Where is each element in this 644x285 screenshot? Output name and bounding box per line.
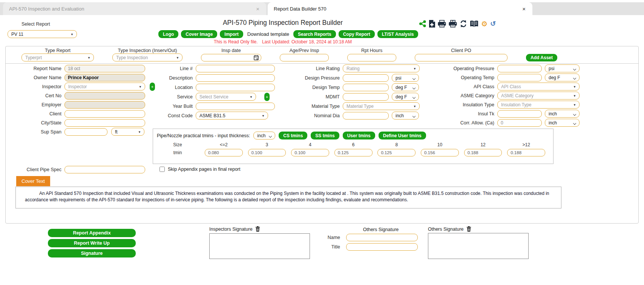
owner-name-input[interactable] (64, 74, 145, 81)
inspectors-signature-label: Inspectors Signature (209, 227, 253, 232)
insul-tk-input[interactable] (497, 110, 542, 118)
inspectors-signature-header: Inspectors Signature (209, 226, 260, 232)
ltst-analysis-button[interactable]: LT/ST Analysis (377, 30, 419, 38)
report-write-up-button[interactable]: Report Write Up (48, 239, 136, 247)
define-user-tmins-button[interactable]: Define User tmins (379, 132, 426, 139)
mdmt-input[interactable] (343, 93, 389, 101)
operating-pressure-label: Operating Pressure (448, 66, 497, 71)
cs-tmins-button[interactable]: CS tmins (279, 132, 307, 139)
close-icon[interactable]: × (255, 6, 260, 12)
skip-appendix-checkbox[interactable] (159, 167, 165, 172)
inspector-select[interactable]: Inspector (64, 83, 145, 90)
copy-report-button[interactable]: Copy Report (339, 30, 375, 38)
tmins-unit-select[interactable]: inch (253, 132, 275, 139)
signature-button[interactable]: Signature (48, 249, 136, 257)
tmin-input-2[interactable] (248, 149, 286, 156)
tmin-input-6[interactable] (421, 149, 459, 156)
description-input[interactable] (196, 74, 275, 82)
signer-name-input[interactable] (346, 234, 418, 241)
city-state-label: City/State (17, 120, 64, 126)
refresh-icon[interactable] (460, 20, 467, 28)
ss-tmins-button[interactable]: SS tmins (311, 132, 339, 139)
last-updated-text: Last Updated: October 18, 2024 at 10:18 … (262, 39, 352, 44)
api-class-select[interactable]: API Class (497, 83, 580, 90)
design-temp-input[interactable] (343, 84, 389, 91)
insulation-type-select[interactable]: Insulation Type (497, 101, 580, 109)
design-temp-unit-select[interactable]: deg F (392, 83, 419, 91)
tmin-input-7[interactable] (464, 149, 502, 156)
tmin-input-5[interactable] (377, 149, 416, 156)
cover-image-button[interactable]: Cover Image (181, 30, 217, 38)
add-service-button[interactable]: + (264, 93, 270, 101)
design-pressure-input[interactable] (343, 74, 389, 82)
operating-pressure-input[interactable] (497, 65, 542, 72)
cover-text-tab[interactable]: Cover Text (16, 176, 50, 186)
corr-allow-input[interactable] (497, 119, 542, 127)
location-input[interactable] (196, 84, 275, 91)
operating-temp-input[interactable] (497, 74, 542, 81)
client-po-input[interactable] (415, 54, 508, 61)
add-asset-button[interactable]: Add Asset (526, 54, 557, 61)
city-state-input[interactable] (64, 119, 145, 127)
trash-icon[interactable] (255, 226, 260, 232)
sup-span-unit-select[interactable]: ft (111, 128, 144, 136)
signer-title-input[interactable] (346, 243, 418, 251)
design-temp-label: Design Temp (294, 85, 343, 90)
close-icon[interactable]: × (521, 6, 526, 12)
line-no-input[interactable] (196, 65, 275, 72)
sup-span-input[interactable] (64, 128, 107, 136)
type-inspection-select[interactable]: Type Inspection (112, 54, 182, 61)
line-rating-select[interactable]: Rating (343, 64, 420, 72)
print-final-icon[interactable]: F (449, 20, 457, 28)
const-code-select[interactable]: ASME B31.5 (196, 112, 268, 120)
line-rating-label: Line Rating (294, 66, 343, 71)
age-prev-insp-input[interactable] (280, 54, 329, 61)
tmin-input-1[interactable] (205, 149, 243, 156)
client-pipe-spec-input[interactable] (64, 166, 145, 173)
client-input[interactable] (64, 110, 145, 118)
print-icon[interactable] (438, 20, 446, 28)
download-template-link[interactable]: Download template (246, 31, 291, 37)
nominal-dia-input[interactable] (343, 112, 389, 120)
insul-tk-unit-select[interactable]: inch (545, 110, 580, 118)
rpt-hours-input[interactable] (347, 54, 396, 61)
operating-temp-unit-select[interactable]: deg F (545, 74, 580, 81)
insp-date-input[interactable] (201, 54, 261, 61)
mdmt-unit-select[interactable]: deg F (392, 93, 419, 101)
signer-name-row: Name (320, 234, 418, 241)
line-info-column: Line # Description Location Service Sele… (154, 64, 275, 121)
type-report-select[interactable]: Typerprt (21, 54, 94, 61)
report-appendix-button[interactable]: Report Appendix (48, 229, 136, 237)
cover-text-box[interactable]: An API Standard 570 Inspection that incl… (15, 187, 561, 208)
tmin-input-3[interactable] (291, 149, 329, 156)
search-reports-button[interactable]: Search Reports (293, 30, 336, 38)
select-report-dropdown[interactable]: PV 11 (8, 30, 77, 38)
others-signature-box-label: Others Signature (428, 227, 464, 232)
svg-text:F: F (452, 20, 454, 22)
service-select[interactable]: Select Service (196, 93, 256, 101)
user-tmins-button[interactable]: User tmins (343, 132, 375, 139)
trash-icon[interactable] (466, 226, 471, 232)
design-pressure-unit-select[interactable]: psi (392, 74, 419, 82)
share-icon[interactable] (419, 20, 426, 27)
import-button[interactable]: Import (220, 30, 243, 38)
year-built-input[interactable] (196, 103, 275, 110)
calendar-icon[interactable] (254, 55, 259, 60)
tmin-input-8[interactable] (507, 149, 545, 156)
settings-gear-icon[interactable]: ⚙ (481, 20, 488, 28)
material-type-select[interactable]: Material Type (343, 102, 420, 110)
tab-report-data-builder-570[interactable]: Report Data Builder 570 × (268, 2, 532, 15)
report-log-icon[interactable] (470, 20, 478, 28)
tmin-input-4[interactable] (334, 149, 373, 156)
tab-api570-inspection-and-evaluation[interactable]: API-570 Inspection and Evaluation × (3, 2, 266, 15)
report-name-input[interactable] (64, 65, 145, 72)
others-signature-pad[interactable] (428, 233, 529, 259)
corr-allow-unit-select[interactable]: inch (545, 119, 580, 127)
operating-pressure-unit-select[interactable]: psi (545, 64, 580, 72)
logo-button[interactable]: Logo (158, 30, 178, 38)
asme-category-select[interactable]: ASME Category (497, 92, 580, 100)
inspectors-signature-pad[interactable] (209, 233, 310, 259)
nominal-dia-unit-select[interactable]: inch (392, 112, 419, 120)
new-report-icon[interactable] (429, 20, 435, 28)
history-undo-icon[interactable]: ↺ (490, 20, 496, 27)
